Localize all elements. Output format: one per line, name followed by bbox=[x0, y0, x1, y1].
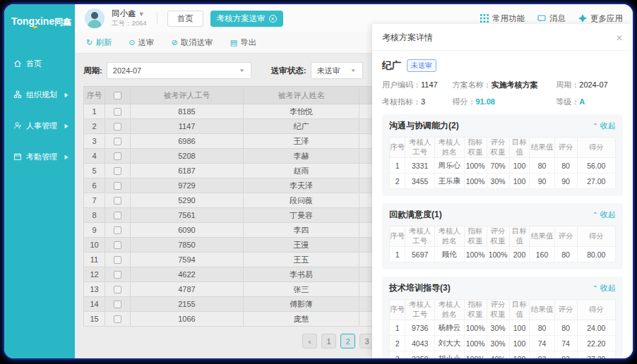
main-area: 同小鑫 ▼ 工号：2064 首页 考核方案送审 ✕ 常用功能 消息 bbox=[75, 4, 633, 358]
sidebar-item-attendance[interactable]: 考勤管理 ▶ bbox=[4, 150, 75, 164]
logo-text-cn: 同鑫 bbox=[54, 17, 71, 27]
cell-checkbox bbox=[105, 119, 131, 134]
sidebar: Tongxine同鑫 首页 组织规划 ▶ 人事管理 ▶ 考勤管理 ▶ bbox=[4, 4, 75, 358]
section-row: 15697顾伦100%100%2001608080.00 bbox=[390, 247, 616, 262]
sidebar-item-label: 首页 bbox=[26, 59, 42, 69]
table-cell: 8185 bbox=[131, 104, 244, 119]
indicator-section: 技术培训指导(3)⌃收起序号考核人工号考核人姓名指标权重评分权重目标值结果值评分… bbox=[382, 277, 623, 358]
table-cell: 6187 bbox=[131, 164, 244, 178]
collapse-button[interactable]: ⌃收起 bbox=[593, 121, 616, 131]
logo-accent bbox=[32, 26, 37, 28]
table-cell: 1147 bbox=[131, 119, 244, 134]
user-avatar[interactable] bbox=[85, 8, 105, 28]
status-select[interactable]: 未送审▼ bbox=[311, 62, 363, 79]
table-cell: 4 bbox=[84, 149, 105, 164]
row-checkbox[interactable] bbox=[114, 182, 121, 190]
sidebar-item-org[interactable]: 组织规划 ▶ bbox=[4, 87, 75, 102]
table-cell: 6090 bbox=[131, 223, 244, 238]
section-row: 24043刘大大100%30%100747422.20 bbox=[390, 336, 616, 351]
section-header-row: 序号考核人工号考核人姓名指标权重评分权重目标值结果值评分得分 bbox=[390, 300, 616, 320]
export-icon: ▤ bbox=[230, 38, 237, 47]
row-checkbox[interactable] bbox=[114, 123, 121, 131]
info-item: 考核指标：3 bbox=[382, 97, 452, 107]
row-checkbox[interactable] bbox=[114, 167, 121, 175]
table-cell: 15 bbox=[84, 312, 105, 327]
page-button-2[interactable]: 2 bbox=[340, 334, 355, 348]
period-label: 周期: bbox=[83, 66, 102, 76]
person-row: 纪广 未送审 bbox=[382, 59, 623, 72]
messages-button[interactable]: 消息 bbox=[537, 13, 566, 24]
collapse-button[interactable]: ⌃收起 bbox=[593, 210, 616, 220]
cell-checkbox bbox=[105, 134, 131, 149]
cell-checkbox bbox=[105, 164, 131, 178]
section-col-header: 评分权重 bbox=[487, 138, 509, 158]
table-cell: 2 bbox=[84, 119, 105, 134]
row-checkbox[interactable] bbox=[114, 286, 121, 293]
page-button-1[interactable]: 1 bbox=[321, 334, 336, 348]
section-col-header: 评分 bbox=[554, 138, 577, 158]
refresh-icon: ↻ bbox=[86, 38, 93, 47]
user-info[interactable]: 同小鑫 ▼ 工号：2064 bbox=[112, 9, 147, 27]
submit-button[interactable]: ⊙送审 bbox=[129, 37, 154, 48]
section-cell: 王乐康 bbox=[434, 174, 464, 189]
section-cell: 2 bbox=[390, 336, 405, 351]
table-cell: 6 bbox=[84, 178, 105, 193]
indicator-section: 回款满意度(1)⌃收起序号考核人工号考核人姓名指标权重评分权重目标值结果值评分得… bbox=[382, 203, 623, 269]
tab-assessment-submit[interactable]: 考核方案送审 ✕ bbox=[210, 11, 283, 27]
indicator-section: 沟通与协调能力(2)⌃收起序号考核人工号考核人姓名指标权重评分权重目标值结果值评… bbox=[382, 114, 623, 196]
table-cell: 傅影薄 bbox=[244, 297, 359, 312]
more-apps-button[interactable]: 更多应用 bbox=[578, 13, 623, 24]
row-checkbox[interactable] bbox=[114, 241, 121, 249]
cell-checkbox bbox=[105, 282, 131, 297]
section-cell: 70% bbox=[487, 158, 509, 174]
quick-actions-button[interactable]: 常用功能 bbox=[480, 13, 525, 24]
collapse-button[interactable]: ⌃收起 bbox=[593, 283, 616, 293]
row-checkbox[interactable] bbox=[114, 226, 121, 234]
row-checkbox[interactable] bbox=[114, 301, 121, 308]
row-checkbox[interactable] bbox=[114, 315, 121, 323]
close-icon[interactable]: ✕ bbox=[616, 33, 623, 43]
row-checkbox[interactable] bbox=[114, 212, 121, 219]
tab-home[interactable]: 首页 bbox=[167, 11, 203, 27]
section-cell: 22.20 bbox=[577, 336, 615, 351]
sidebar-menu: 首页 组织规划 ▶ 人事管理 ▶ 考勤管理 ▶ bbox=[4, 56, 75, 164]
section-col-header: 得分 bbox=[577, 300, 615, 320]
prev-page-button[interactable]: ‹ bbox=[302, 334, 317, 348]
section-col-header: 指标权重 bbox=[464, 226, 487, 247]
sidebar-item-hr[interactable]: 人事管理 ▶ bbox=[4, 119, 75, 133]
content-area: 周期: 2024-07▼ 送审状态: 未送审▼ 序号 被考评人工号 被考评人姓名 bbox=[75, 54, 633, 358]
info-item: 周期：2024-07 bbox=[556, 80, 623, 90]
grid-icon bbox=[480, 14, 489, 23]
section-cell: 160 bbox=[530, 247, 554, 262]
refresh-button[interactable]: ↻刷新 bbox=[86, 37, 112, 48]
export-button[interactable]: ▤导出 bbox=[230, 37, 256, 48]
table-cell: 9 bbox=[84, 223, 105, 238]
select-all-checkbox[interactable] bbox=[114, 92, 121, 99]
row-checkbox[interactable] bbox=[114, 197, 121, 205]
info-value: A bbox=[579, 97, 585, 106]
table-cell: 8 bbox=[84, 208, 105, 223]
cell-checkbox bbox=[105, 267, 131, 282]
section-head: 沟通与协调能力(2)⌃收起 bbox=[389, 120, 616, 132]
table-cell: 7 bbox=[84, 193, 105, 208]
cancel-submit-button[interactable]: ⊘取消送审 bbox=[171, 37, 213, 48]
period-select[interactable]: 2024-07▼ bbox=[107, 62, 251, 79]
info-label: 周期： bbox=[556, 80, 579, 89]
row-checkbox[interactable] bbox=[114, 108, 121, 116]
close-icon[interactable]: ✕ bbox=[269, 15, 277, 23]
row-checkbox[interactable] bbox=[114, 256, 121, 264]
cell-checkbox bbox=[105, 223, 131, 238]
table-cell: 13 bbox=[84, 282, 105, 297]
info-item: 方案名称：实施考核方案 bbox=[452, 80, 556, 90]
section-cell: 2 bbox=[390, 174, 405, 189]
cell-checkbox bbox=[105, 312, 131, 327]
row-checkbox[interactable] bbox=[114, 271, 121, 279]
section-col-header: 考核人工号 bbox=[405, 226, 435, 247]
section-col-header: 考核人姓名 bbox=[434, 138, 464, 158]
section-row: 33358胡小小100%40%100939337.20 bbox=[390, 351, 616, 359]
row-checkbox[interactable] bbox=[114, 138, 121, 145]
info-value: 3 bbox=[421, 97, 425, 106]
row-checkbox[interactable] bbox=[114, 152, 121, 160]
section-cell: 56.00 bbox=[577, 158, 615, 174]
sidebar-item-home[interactable]: 首页 bbox=[4, 56, 75, 71]
